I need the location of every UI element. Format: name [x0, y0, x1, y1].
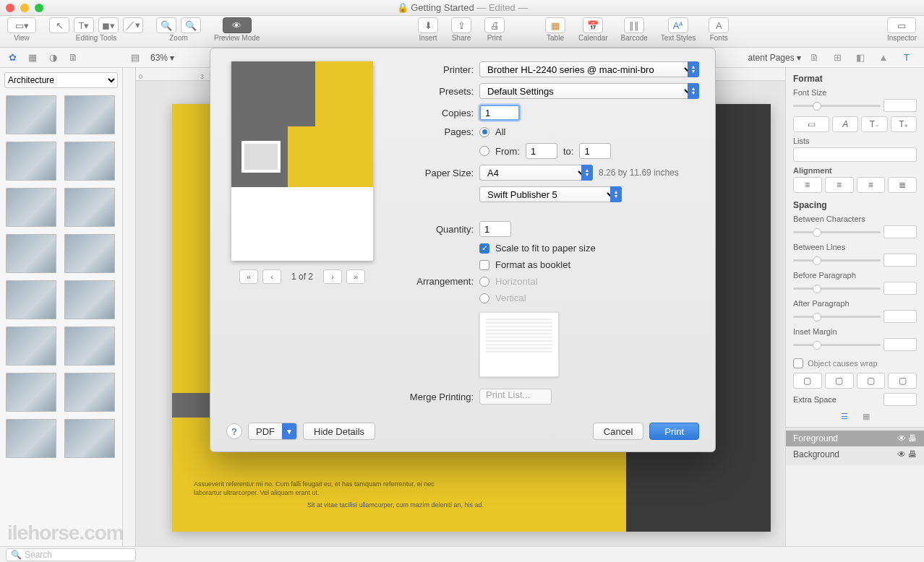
char-spacing-slider[interactable] [793, 227, 881, 237]
after-para-slider[interactable] [793, 311, 881, 321]
booklet-checkbox[interactable] [479, 260, 489, 270]
window-close-button[interactable] [6, 4, 14, 12]
clipart-thumb[interactable] [6, 234, 56, 273]
pages-all-radio[interactable] [479, 127, 489, 137]
layers-icon[interactable]: ☰ [841, 412, 848, 421]
barcode-button[interactable]: ∥∥ [624, 17, 644, 33]
before-para-slider[interactable] [793, 283, 881, 293]
clipart-thumb[interactable] [64, 142, 115, 181]
print-button[interactable]: 🖨 [484, 17, 505, 33]
preview-first-button[interactable]: « [239, 269, 258, 284]
pages-to-input[interactable] [579, 143, 611, 159]
preview-next-button[interactable]: › [323, 269, 342, 284]
source-smart-icon[interactable]: ◑ [45, 51, 61, 65]
window-minimize-button[interactable] [20, 4, 29, 12]
pdf-dropdown-button[interactable]: PDF▼ [248, 423, 297, 440]
clipart-thumb[interactable] [6, 95, 56, 134]
help-button[interactable]: ? [226, 423, 242, 439]
clipart-thumb[interactable] [6, 280, 56, 319]
inspector-button[interactable]: ▭ [887, 17, 916, 33]
content-pages-dropdown[interactable]: atent Pages ▾ [748, 53, 801, 63]
preview-mode-button[interactable]: 👁 [223, 17, 252, 33]
foreground-layer[interactable]: Foreground [793, 433, 838, 444]
preview-last-button[interactable]: » [346, 269, 365, 284]
align-justify-icon[interactable]: ≣ [888, 177, 917, 193]
source-files-icon[interactable]: 🗎 [65, 51, 81, 65]
zoom-in-icon[interactable]: 🔍 [181, 17, 201, 33]
line-spacing-field[interactable] [884, 254, 917, 267]
grid-icon[interactable]: ▦ [863, 412, 870, 421]
italic-button[interactable]: A [832, 116, 858, 132]
insert-button[interactable]: ⬇ [418, 17, 438, 33]
print-confirm-button[interactable]: Print [649, 423, 699, 440]
wrap-left-icon[interactable]: ▢ [793, 373, 822, 389]
after-para-field[interactable] [884, 310, 917, 323]
align-left-icon[interactable]: ≡ [793, 177, 822, 193]
zoom-out-icon[interactable]: 🔍 [156, 17, 176, 33]
inspector-tab-appearance-icon[interactable]: ◧ [853, 51, 868, 65]
source-cliparts-icon[interactable]: ✿ [4, 51, 20, 65]
quantity-input[interactable] [479, 221, 511, 237]
background-layer[interactable]: Background [793, 449, 839, 459]
decrease-size-button[interactable]: T₋ [861, 116, 887, 132]
clipart-thumb[interactable] [6, 142, 56, 181]
presets-select[interactable]: Default Settings [479, 83, 694, 99]
inspector-tab-doc-icon[interactable]: 🗎 [807, 51, 821, 65]
clipart-thumb[interactable] [64, 327, 115, 366]
before-para-field[interactable] [884, 282, 917, 295]
wrap-checkbox[interactable] [793, 358, 803, 368]
clipart-thumb[interactable] [64, 234, 115, 273]
pages-panel-icon[interactable]: ▤ [127, 51, 143, 65]
category-select[interactable]: Architecture [4, 72, 118, 88]
align-center-icon[interactable]: ≡ [825, 177, 854, 193]
selection-tool-icon[interactable]: ↖ [49, 17, 69, 33]
line-spacing-slider[interactable] [793, 255, 881, 265]
fontsize-field[interactable] [884, 99, 917, 112]
arrangement-vertical-radio[interactable] [479, 293, 489, 303]
window-zoom-button[interactable] [35, 4, 43, 12]
inset-slider[interactable] [793, 340, 881, 350]
inspector-tab-geometry-icon[interactable]: ⊞ [830, 51, 844, 65]
textstyles-button[interactable]: Aᴬ [668, 17, 688, 33]
align-right-icon[interactable]: ≡ [857, 177, 886, 193]
table-button[interactable]: ▦ [545, 17, 565, 33]
cancel-button[interactable]: Cancel [593, 423, 643, 440]
source-photos-icon[interactable]: ▦ [25, 51, 40, 65]
clipart-thumb[interactable] [64, 280, 115, 319]
visibility-icon[interactable]: 👁 🖶 [897, 449, 917, 459]
fontsize-slider[interactable] [793, 100, 881, 111]
printer-select[interactable]: Brother HL-2240 series @ mac-mini-bro [479, 61, 694, 77]
clipart-thumb[interactable] [6, 419, 56, 458]
extra-space-field[interactable] [884, 393, 917, 406]
char-spacing-field[interactable] [884, 225, 917, 238]
papersize-select[interactable]: A4 [479, 165, 588, 181]
visibility-icon[interactable]: 👁 🖶 [897, 433, 917, 444]
merge-printlist-button[interactable]: Print List... [479, 389, 552, 405]
search-input[interactable]: 🔍 Search [6, 548, 136, 561]
lists-select[interactable] [793, 147, 917, 162]
text-tool-icon[interactable]: T▾ [74, 17, 94, 33]
hide-details-button[interactable]: Hide Details [303, 423, 375, 440]
preview-prev-button[interactable]: ‹ [262, 269, 281, 284]
pages-from-input[interactable] [526, 143, 557, 159]
clipart-thumb[interactable] [6, 327, 56, 366]
line-tool-icon[interactable]: ／▾ [123, 17, 143, 33]
wrap-right-icon[interactable]: ▢ [825, 373, 854, 389]
view-button[interactable]: ▭▾ [7, 17, 36, 33]
clipart-thumb[interactable] [64, 419, 115, 458]
zoom-display[interactable]: 63% ▾ [150, 53, 174, 63]
increase-size-button[interactable]: T₊ [891, 116, 917, 132]
share-button[interactable]: ⇪ [451, 17, 471, 33]
scale-checkbox[interactable]: ✓ [479, 243, 489, 254]
font-rect-button[interactable]: ▭ [793, 116, 829, 132]
clipart-thumb[interactable] [6, 188, 56, 227]
app-options-select[interactable]: Swift Publisher 5 [479, 186, 617, 202]
shape-tool-icon[interactable]: ◼▾ [98, 17, 119, 33]
clipart-thumb[interactable] [64, 373, 115, 412]
wrap-none-icon[interactable]: ▢ [888, 373, 917, 389]
copies-input[interactable] [479, 105, 520, 121]
inspector-tab-image-icon[interactable]: ▲ [876, 51, 891, 65]
clipart-thumb[interactable] [64, 95, 115, 134]
fonts-button[interactable]: A [709, 17, 729, 33]
arrangement-horizontal-radio[interactable] [479, 277, 489, 287]
